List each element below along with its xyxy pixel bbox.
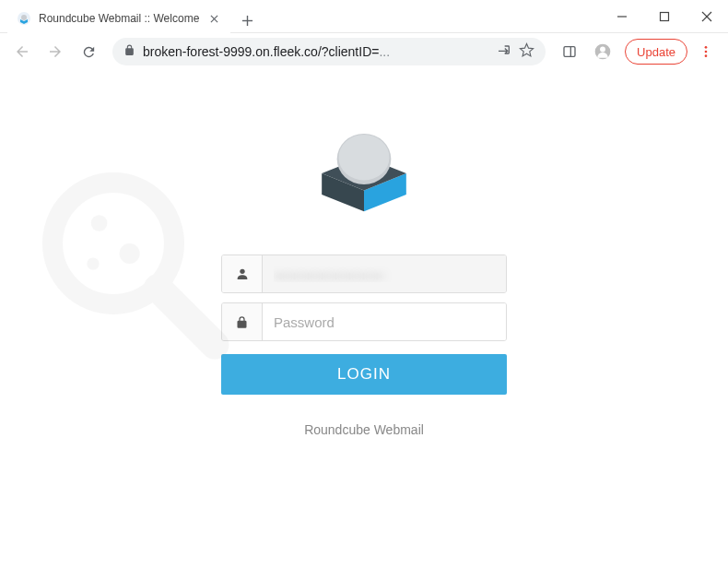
update-label: Update	[637, 45, 675, 59]
roundcube-logo	[313, 125, 415, 213]
side-panel-button[interactable]	[555, 37, 584, 66]
browser-toolbar: broken-forest-9999.on.fleek.co/?clientID…	[0, 33, 728, 70]
svg-point-5	[21, 15, 27, 20]
password-row	[221, 302, 507, 341]
omnibox-actions	[497, 42, 534, 62]
address-bar[interactable]: broken-forest-9999.on.fleek.co/?clientID…	[112, 38, 546, 65]
user-icon	[222, 255, 263, 292]
svg-point-24	[240, 269, 244, 274]
password-input[interactable]	[263, 303, 506, 340]
window-close-button[interactable]	[686, 0, 728, 33]
svg-point-20	[120, 243, 140, 264]
svg-point-17	[53, 183, 174, 304]
share-icon[interactable]	[497, 42, 511, 61]
tab-title: Roundcube Webmail :: Welcome	[39, 12, 199, 25]
tab-favicon-icon	[17, 11, 31, 26]
svg-point-21	[87, 257, 99, 269]
browser-tab-active[interactable]: Roundcube Webmail :: Welcome	[7, 4, 230, 33]
url-ellipsis: ...	[379, 44, 390, 59]
svg-rect-10	[564, 47, 575, 57]
svg-point-16	[705, 54, 708, 57]
login-button[interactable]: LOGIN	[221, 354, 507, 395]
lock-icon	[222, 303, 263, 340]
lock-icon	[123, 43, 135, 60]
svg-point-15	[705, 51, 708, 53]
update-button[interactable]: Update	[625, 39, 687, 65]
svg-point-14	[705, 46, 708, 49]
url-text: broken-forest-9999.on.fleek.co/?clientID…	[143, 44, 489, 59]
username-input[interactable]	[263, 255, 506, 292]
profile-avatar-button[interactable]	[588, 37, 617, 66]
nav-forward-button[interactable]	[41, 37, 70, 66]
bookmark-star-icon[interactable]	[519, 42, 534, 62]
browser-menu-button[interactable]	[691, 37, 721, 66]
svg-point-19	[91, 215, 108, 231]
window-controls	[601, 0, 728, 33]
login-form: LOGIN Roundcube Webmail	[221, 254, 507, 437]
svg-point-23	[339, 135, 390, 181]
svg-line-18	[158, 288, 215, 345]
username-row	[221, 254, 507, 293]
browser-tabs: Roundcube Webmail :: Welcome	[0, 0, 599, 33]
window-maximize-button[interactable]	[643, 0, 686, 33]
window-minimize-button[interactable]	[601, 0, 643, 33]
svg-point-13	[600, 47, 605, 53]
page-content: LOGIN Roundcube Webmail	[0, 70, 728, 580]
svg-rect-1	[661, 12, 669, 20]
nav-reload-button[interactable]	[74, 37, 103, 66]
nav-back-button[interactable]	[7, 37, 37, 66]
url-host: broken-forest-9999.on.fleek.co/?clientID…	[143, 44, 379, 59]
tab-close-button[interactable]	[206, 11, 221, 26]
footer-text: Roundcube Webmail	[221, 422, 507, 437]
new-tab-button[interactable]	[234, 7, 260, 33]
watermark-magnifier-icon	[32, 162, 235, 365]
